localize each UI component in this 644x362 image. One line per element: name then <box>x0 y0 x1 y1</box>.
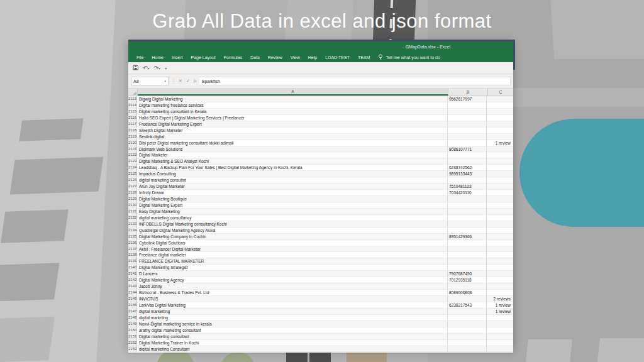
table-row[interactable]: 2141 D Lancers 7907687450 <box>128 271 513 277</box>
table-row[interactable]: 2140 Digital Marketing Strategist <box>128 265 513 271</box>
phone-cell[interactable] <box>448 109 487 115</box>
row-number-cell[interactable]: 2152 <box>128 340 137 346</box>
phone-cell[interactable] <box>448 209 487 215</box>
row-number-cell[interactable]: 2138 <box>128 252 137 258</box>
business-name-cell[interactable]: Digital marketing freelance services <box>137 102 448 109</box>
reviews-cell[interactable] <box>487 340 513 346</box>
business-name-cell[interactable]: digital marketing consultancy <box>137 215 448 221</box>
business-name-cell[interactable]: Seolink digital <box>137 134 448 140</box>
business-name-cell[interactable]: Arun Joy Digital Marketer <box>137 184 448 190</box>
row-number-cell[interactable]: 2137 <box>128 246 137 253</box>
ribbon-tab[interactable]: LOAD TEST <box>325 55 350 60</box>
row-number-cell[interactable]: 2118 <box>128 128 137 134</box>
table-row[interactable]: 2139 FREELANCE DIGITAL MARKETER <box>128 258 513 265</box>
phone-cell[interactable] <box>448 340 487 346</box>
business-name-cell[interactable]: Digital Marketing Strategist <box>137 265 448 271</box>
phone-cell[interactable] <box>448 102 487 109</box>
phone-cell[interactable] <box>448 221 487 228</box>
ribbon-tab[interactable]: Help <box>308 55 317 60</box>
reviews-cell[interactable] <box>487 283 513 290</box>
phone-cell[interactable] <box>448 309 487 315</box>
reviews-cell[interactable] <box>487 209 513 215</box>
phone-cell[interactable] <box>448 252 487 258</box>
redo-icon[interactable]: ↷▾ <box>154 65 161 71</box>
phone-cell[interactable]: 7510481123 <box>448 184 487 190</box>
phone-cell[interactable] <box>448 115 487 121</box>
phone-cell[interactable] <box>448 321 487 327</box>
business-name-cell[interactable]: Freelance Digital Marketing Expert <box>137 121 448 128</box>
table-row[interactable]: 2116 Halid SEO Expert | Digital Marketin… <box>128 115 513 121</box>
row-number-cell[interactable]: 2132 <box>128 215 137 221</box>
reviews-cell[interactable] <box>487 234 513 240</box>
table-row[interactable]: 2123 Digital Marketing & SEO Analyst Koc… <box>128 158 513 165</box>
row-number-cell[interactable]: 2136 <box>128 240 137 246</box>
column-header-c[interactable]: C <box>488 89 513 96</box>
formula-bar-input[interactable]: Sparkfish <box>199 77 511 85</box>
row-number-cell[interactable]: 2120 <box>128 140 137 146</box>
ribbon-tab[interactable]: File <box>136 55 143 60</box>
select-all-corner[interactable] <box>128 89 138 96</box>
row-number-cell[interactable]: 2135 <box>128 234 137 240</box>
row-number-cell[interactable]: 2146 <box>128 302 137 309</box>
phone-cell[interactable] <box>448 202 487 209</box>
reviews-cell[interactable] <box>487 265 513 271</box>
enter-icon[interactable]: ✓ <box>186 79 190 84</box>
name-box[interactable]: A8 ▾ <box>131 77 169 85</box>
row-number-cell[interactable]: 2119 <box>128 134 137 140</box>
row-number-cell[interactable]: 2143 <box>128 283 137 290</box>
reviews-cell[interactable] <box>487 115 513 121</box>
business-name-cell[interactable]: Noxvi-Digital marketing service in keral… <box>137 321 448 327</box>
table-row[interactable]: 2117 Freelance Digital Marketing Expert <box>128 121 513 128</box>
reviews-cell[interactable] <box>487 228 513 234</box>
table-row[interactable]: 2125 Impactus Consulting 9895133443 <box>128 171 513 177</box>
phone-cell[interactable] <box>448 334 487 340</box>
phone-cell[interactable] <box>448 327 487 334</box>
business-name-cell[interactable]: FREELANCE DIGITAL MARKETER <box>137 258 448 265</box>
reviews-cell[interactable] <box>487 109 513 115</box>
cancel-icon[interactable]: ✕ <box>179 79 182 84</box>
reviews-cell[interactable] <box>487 252 513 258</box>
reviews-cell[interactable] <box>487 128 513 134</box>
table-row[interactable]: 2152 Digital Marketing Trainer in Kochi <box>128 340 513 346</box>
table-row[interactable]: 2133 INFOBELLS Digital Marketing consult… <box>128 221 513 228</box>
ribbon-tab[interactable]: TEAM <box>358 55 370 60</box>
row-number-cell[interactable]: 2125 <box>128 171 137 177</box>
reviews-cell[interactable]: 2 reviews <box>487 296 513 302</box>
reviews-cell[interactable]: 1 review <box>487 302 513 309</box>
row-number-cell[interactable]: 2133 <box>128 221 137 228</box>
row-number-cell[interactable]: 2114 <box>128 102 137 109</box>
table-row[interactable]: 2124 Leadsbaq - A Backup Plan For Your S… <box>128 165 513 171</box>
row-number-cell[interactable]: 2149 <box>128 321 137 327</box>
ribbon-tab[interactable]: Page Layout <box>191 55 215 60</box>
row-number-cell[interactable]: 2140 <box>128 265 137 271</box>
table-row[interactable]: 2151 Digital marketing consultant <box>128 334 513 340</box>
business-name-cell[interactable]: Digital marketing consultant in Kerala <box>137 109 448 115</box>
column-header-a[interactable]: A <box>138 89 448 96</box>
reviews-cell[interactable] <box>487 202 513 209</box>
row-number-cell[interactable]: 2117 <box>128 121 137 128</box>
row-number-cell[interactable]: 2142 <box>128 277 137 283</box>
insert-function-icon[interactable]: fx <box>194 79 197 84</box>
row-number-cell[interactable]: 2121 <box>128 146 137 153</box>
table-row[interactable]: 2128 Infinity Dream 7034420110 <box>128 190 513 196</box>
business-name-cell[interactable]: Freelance digital marketer <box>137 252 448 258</box>
namebox-dropdown-icon[interactable]: ▾ <box>164 79 166 83</box>
save-icon[interactable] <box>133 65 138 72</box>
phone-cell[interactable]: 8086107771 <box>448 146 487 153</box>
business-name-cell[interactable]: Quadregal Digital Marketing Agency Aluva <box>137 228 448 234</box>
reviews-cell[interactable] <box>487 277 513 283</box>
column-header-b[interactable]: B <box>448 89 488 96</box>
business-name-cell[interactable]: INVICTUS <box>137 296 448 302</box>
table-row[interactable]: 2129 Digital Marketing Boutique <box>128 196 513 202</box>
reviews-cell[interactable] <box>487 146 513 153</box>
business-name-cell[interactable]: Easy Digital Marketing <box>137 209 448 215</box>
phone-cell[interactable] <box>448 265 487 271</box>
reviews-cell[interactable] <box>487 240 513 246</box>
reviews-cell[interactable] <box>487 171 513 177</box>
reviews-cell[interactable]: 1 review <box>487 309 513 315</box>
row-number-cell[interactable]: 2122 <box>128 152 137 158</box>
table-row[interactable]: 2136 Cybolink Digital Solutions <box>128 240 513 246</box>
reviews-cell[interactable] <box>487 196 513 202</box>
excel-titlebar[interactable]: GMapData.xlsx - Excel <box>128 41 513 53</box>
row-number-cell[interactable]: 2145 <box>128 296 137 302</box>
